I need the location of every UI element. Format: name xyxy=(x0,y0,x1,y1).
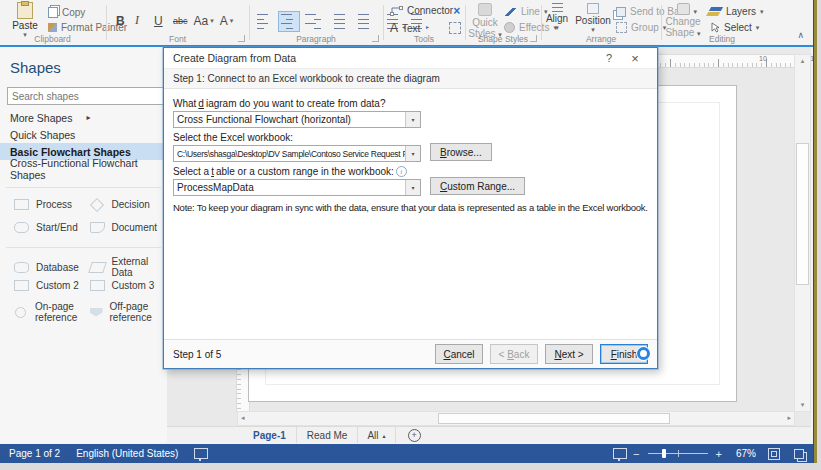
presentation-mode-icon[interactable] xyxy=(613,448,627,459)
scroll-right-icon[interactable]: ▸ xyxy=(787,414,791,422)
dialog-help-button[interactable]: ? xyxy=(596,52,622,64)
cancel-button[interactable]: Cancel xyxy=(435,344,483,364)
divider xyxy=(6,187,161,188)
next-button[interactable]: Next > xyxy=(545,344,593,364)
chevron-down-icon[interactable]: ▾ xyxy=(405,112,420,127)
chevron-down-icon: ▾ xyxy=(210,17,214,24)
macros-icon[interactable] xyxy=(194,448,208,459)
dialog-close-icon[interactable]: × xyxy=(622,51,648,66)
paste-label: Paste xyxy=(7,20,43,31)
italic-button[interactable]: I xyxy=(132,11,151,30)
position-button[interactable]: Position ▾ xyxy=(573,3,613,33)
scroll-up-icon[interactable]: ▴ xyxy=(795,57,810,65)
table-range-value: ProcessMapData xyxy=(174,182,405,193)
chevron-down-icon[interactable]: ▾ xyxy=(405,180,420,195)
strikethrough-button[interactable]: abc xyxy=(170,14,191,28)
tab-read-me[interactable]: Read Me xyxy=(297,427,359,443)
zoom-in-button[interactable]: + xyxy=(714,448,724,460)
align-button[interactable]: Align ▾ xyxy=(542,3,572,31)
shape-styles-dialog-launcher-icon[interactable] xyxy=(530,35,537,42)
align-left-button[interactable] xyxy=(254,11,276,32)
text-tool-button[interactable]: A Text xyxy=(390,21,420,35)
scroll-left-icon[interactable]: ◂ xyxy=(241,414,245,422)
paragraph-group: ◂ ▸ Paragraph xyxy=(250,0,382,45)
zoom-out-button[interactable]: − xyxy=(631,448,641,460)
horizontal-scrollbar[interactable]: ◂ ▸ xyxy=(237,411,795,426)
paragraph-dialog-launcher-icon[interactable] xyxy=(372,35,379,42)
vertical-scroll-thumb[interactable] xyxy=(796,143,809,285)
diagram-type-label: What diagram do you want to create from … xyxy=(173,98,648,109)
chevron-down-icon[interactable]: ▾ xyxy=(405,146,420,161)
align-top-button[interactable] xyxy=(331,11,353,32)
tools-group: Connector A Text × Tools xyxy=(384,0,464,45)
zoom-slider-tick xyxy=(678,450,679,457)
connection-point-tool-button[interactable]: × xyxy=(453,4,460,18)
master-custom-3[interactable]: Custom 3 xyxy=(90,280,166,291)
collapse-ribbon-icon[interactable]: ∧ xyxy=(797,30,804,40)
diagram-type-value: Cross Functional Flowchart (horizontal) xyxy=(174,114,405,125)
vertical-scrollbar[interactable]: ▴ ▾ xyxy=(794,54,811,412)
language-indicator[interactable]: English (United States) xyxy=(76,448,178,459)
search-shapes-input[interactable] xyxy=(7,87,167,105)
master-process[interactable]: Process xyxy=(14,199,90,210)
custom-range-button[interactable]: Custom Range... xyxy=(430,177,525,195)
zoom-slider-thumb[interactable] xyxy=(662,449,666,458)
master-start-end[interactable]: Start/End xyxy=(14,222,90,233)
layers-button[interactable]: Layers ▾ xyxy=(710,6,764,17)
page-indicator[interactable]: Page 1 of 2 xyxy=(9,448,60,459)
stencil-row: Custom 2 Custom 3 xyxy=(14,280,165,291)
browse-button[interactable]: Browse... xyxy=(430,143,492,161)
zoom-slider[interactable]: − + xyxy=(631,448,724,460)
all-pages-button[interactable]: All ▴ xyxy=(358,427,395,443)
master-on-page-reference[interactable]: On-page reference xyxy=(14,301,90,323)
tab-page-1[interactable]: Page-1 xyxy=(243,427,297,443)
decision-shape-icon xyxy=(89,197,103,211)
switch-windows-icon[interactable] xyxy=(794,449,804,459)
font-color-button[interactable]: A ▾ xyxy=(217,12,237,30)
quick-styles-icon xyxy=(478,3,492,16)
workbook-path-value: C:\Users\shasga\Desktop\DV Sample\Contos… xyxy=(174,149,405,159)
horizontal-scroll-thumb[interactable] xyxy=(438,413,670,424)
master-off-page-reference[interactable]: Off-page reference xyxy=(90,301,166,323)
align-center-button[interactable] xyxy=(278,11,300,32)
shape-styles-group-label: Shape Styles xyxy=(466,34,540,44)
chevron-right-icon: ▸ xyxy=(86,113,90,122)
back-button[interactable]: < Back xyxy=(490,344,538,364)
align-right-button[interactable] xyxy=(302,11,324,32)
finish-button[interactable]: Finish xyxy=(600,344,648,364)
font-dialog-launcher-icon[interactable] xyxy=(238,35,245,42)
bold-button[interactable]: B xyxy=(113,12,132,30)
add-page-button[interactable]: + xyxy=(408,429,421,442)
connector-tool-button[interactable]: Connector xyxy=(390,5,453,16)
group-button[interactable]: Group ▾ xyxy=(616,22,666,33)
diagram-type-combobox[interactable]: Cross Functional Flowchart (horizontal) … xyxy=(173,111,421,128)
copy-button[interactable]: Copy xyxy=(48,7,85,18)
underline-button[interactable]: U xyxy=(151,12,170,30)
change-shape-button[interactable]: Change Shape ▾ xyxy=(662,3,704,38)
master-database[interactable]: Database xyxy=(14,256,90,278)
sidebar-item-quick-shapes[interactable]: Quick Shapes xyxy=(0,126,166,143)
select-button[interactable]: Select ▾ xyxy=(710,22,759,33)
master-external-data[interactable]: External Data xyxy=(90,256,166,278)
chevron-down-icon: ▾ xyxy=(756,24,760,31)
sidebar-item-cross-functional-flowchart-shapes[interactable]: Cross-Functional Flowchart Shapes xyxy=(0,160,166,177)
change-case-button[interactable]: Aa ▾ xyxy=(191,12,217,30)
shape-styles-group: Quick Styles ▾ Line ▾ Effects ▾ Shape St… xyxy=(466,0,540,45)
stencil-row: Start/End Document xyxy=(14,222,165,233)
dialog-body: What diagram do you want to create from … xyxy=(164,89,657,218)
chevron-up-icon: ▴ xyxy=(383,432,386,439)
shapes-panel-title: Shapes xyxy=(10,59,61,76)
align-middle-button[interactable] xyxy=(355,11,377,32)
master-document[interactable]: Document xyxy=(90,222,166,233)
fit-page-to-window-icon[interactable] xyxy=(768,448,780,460)
zoom-slider-track[interactable] xyxy=(648,453,708,454)
master-decision[interactable]: Decision xyxy=(90,199,166,210)
zoom-level[interactable]: 67% xyxy=(736,448,756,459)
table-range-combobox[interactable]: ProcessMapData ▾ xyxy=(173,179,421,196)
editing-group: Change Shape ▾ Layers ▾ Select ▾ Editing xyxy=(662,0,782,45)
workbook-combobox[interactable]: C:\Users\shasga\Desktop\DV Sample\Contos… xyxy=(173,145,421,162)
sidebar-item-more-shapes[interactable]: More Shapes ▸ xyxy=(0,109,166,126)
scroll-down-icon[interactable]: ▾ xyxy=(795,401,810,409)
master-custom-2[interactable]: Custom 2 xyxy=(14,280,90,291)
window-edge xyxy=(813,0,817,463)
